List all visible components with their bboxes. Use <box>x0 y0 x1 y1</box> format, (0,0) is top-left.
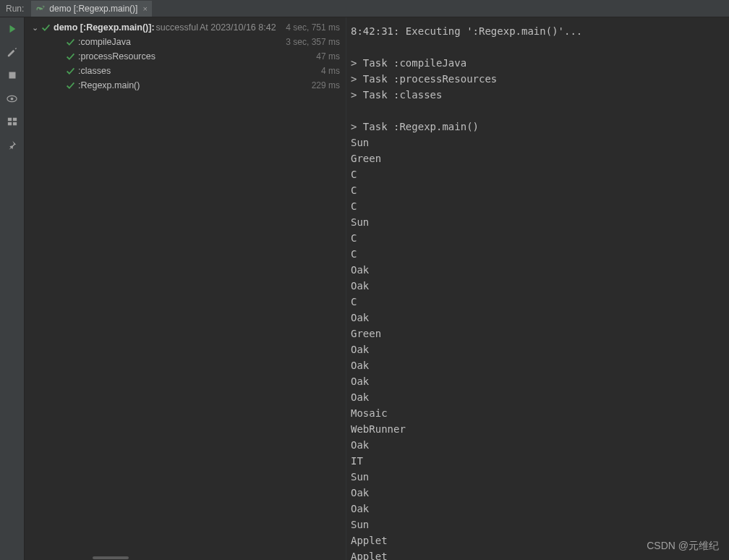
check-icon <box>41 23 51 33</box>
close-icon[interactable]: × <box>142 4 147 13</box>
console-output[interactable]: 8:42:31: Executing ':Regexp.main()'... >… <box>346 17 729 560</box>
check-icon <box>66 67 75 76</box>
root-timestamp: At 2023/10/16 8:42 <box>200 22 276 33</box>
tree-child-row[interactable]: :Regexp.main() 229 ms <box>25 78 346 93</box>
svg-rect-0 <box>9 72 15 79</box>
horizontal-scrollbar-thumb[interactable] <box>93 556 129 559</box>
tree-root-row[interactable]: ⌄ demo [:Regexp.main()]: successful At 2… <box>25 20 346 35</box>
settings-button[interactable] <box>7 46 18 58</box>
run-tab[interactable]: demo [:Regexp.main()] × <box>31 1 152 17</box>
layout-button[interactable] <box>7 116 18 127</box>
tree-child-row[interactable]: :compileJava 3 sec, 357 ms <box>25 35 346 49</box>
pin-button[interactable] <box>7 139 18 150</box>
root-status: successful <box>156 22 198 33</box>
svg-rect-6 <box>12 122 16 125</box>
task-label: :processResources <box>78 51 155 61</box>
task-label: :compileJava <box>78 37 131 47</box>
tree-child-row[interactable]: :processResources 47 ms <box>25 49 346 64</box>
watch-button[interactable] <box>7 93 18 104</box>
top-bar: Run: demo [:Regexp.main()] × <box>0 0 729 17</box>
task-duration: 4 ms <box>321 66 340 76</box>
svg-point-2 <box>11 97 14 100</box>
task-duration: 47 ms <box>316 51 340 61</box>
task-duration: 229 ms <box>312 80 340 90</box>
task-label: :Regexp.main() <box>78 80 140 90</box>
svg-rect-5 <box>7 122 11 125</box>
run-label: Run: <box>6 4 24 14</box>
root-duration: 4 sec, 751 ms <box>286 22 340 33</box>
gradle-icon <box>35 4 46 14</box>
watermark: CSDN @元维纪 <box>647 540 719 553</box>
svg-rect-3 <box>7 118 11 121</box>
root-label: demo [:Regexp.main()]: <box>54 22 155 33</box>
stop-button[interactable] <box>7 69 18 81</box>
svg-rect-4 <box>12 118 16 121</box>
check-icon <box>66 52 75 61</box>
tree-child-row[interactable]: :classes 4 ms <box>25 64 346 78</box>
tool-strip <box>0 17 25 560</box>
task-tree[interactable]: ⌄ demo [:Regexp.main()]: successful At 2… <box>25 17 346 560</box>
check-icon <box>66 38 75 47</box>
rerun-button[interactable] <box>7 23 18 35</box>
task-duration: 3 sec, 357 ms <box>286 37 340 47</box>
check-icon <box>66 81 75 90</box>
task-label: :classes <box>78 66 111 76</box>
run-tab-label: demo [:Regexp.main()] <box>49 4 137 14</box>
chevron-down-icon[interactable]: ⌄ <box>32 23 38 33</box>
